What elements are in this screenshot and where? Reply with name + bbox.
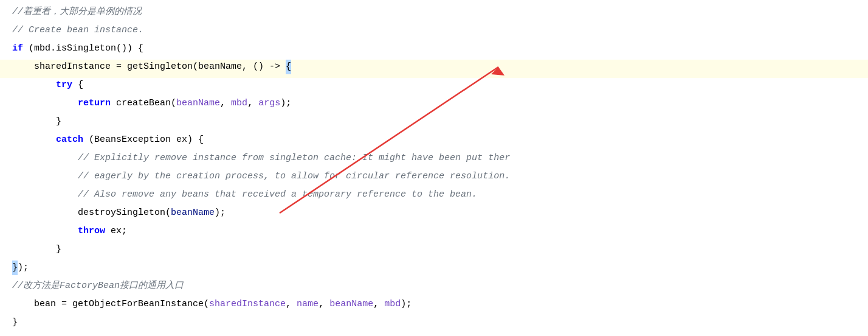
highlight-brace: { [286, 60, 291, 74]
code-line-8: catch (BeansException ex) { [0, 133, 868, 151]
code-line-6: return createBean( beanName , mbd , args… [0, 96, 868, 114]
text-try-brace: { [72, 78, 83, 93]
comment-create-bean: // Create bean instance. [12, 23, 143, 38]
code-line-18: } [0, 315, 868, 334]
text-close-bean: ); [401, 297, 412, 312]
text-space: createBean( [111, 96, 176, 111]
text-outer-close: } [12, 315, 18, 330]
text-comma2: , [247, 96, 258, 111]
text-catch: (BeansException ex) { [83, 133, 204, 147]
code-line-12: destroySingleton( beanName ); [0, 206, 868, 224]
comment-also: // Also remove any beans that received a… [12, 187, 477, 202]
keyword-throw: throw [78, 224, 105, 239]
indent-17: bean = getObjectForBeanInstance( [12, 297, 209, 312]
indent-4: sharedInstance = getSingleton(beanName, … [12, 60, 286, 74]
param-mbd-2: mbd [384, 297, 401, 312]
param-beanname-3: beanName [329, 297, 373, 312]
indent-14: } [12, 242, 61, 257]
text-comma1: , [220, 96, 231, 111]
comment-factorybean: //改方法是FactoryBean接口的通用入口 [12, 279, 184, 293]
code-line-3: if (mbd.isSingleton()) { [0, 41, 868, 60]
keyword-return: return [78, 96, 111, 111]
indent-12: destroySingleton( [12, 206, 171, 220]
indent-7: } [12, 114, 61, 129]
code-line-7: } [0, 114, 868, 133]
code-line-15: } ); [0, 261, 868, 279]
comment-explicitly: // Explicitly remove instance from singl… [12, 151, 510, 166]
code-line-5: try { [0, 78, 868, 96]
code-line-10: // eagerly by the creation process, to a… [0, 169, 868, 187]
indent-5 [12, 78, 56, 93]
code-line-11: // Also remove any beans that received a… [0, 187, 868, 206]
highlight-close: } [12, 261, 18, 275]
keyword-if: if [12, 41, 23, 56]
code-container: //着重看，大部分是单例的情况 // Create bean instance.… [0, 0, 868, 336]
keyword-catch: catch [56, 133, 83, 147]
code-line-1: //着重看，大部分是单例的情况 [0, 5, 868, 23]
text-comma-5: , [373, 297, 384, 312]
text-close-lambda: ); [18, 261, 29, 275]
comment-chinese: //着重看，大部分是单例的情况 [12, 5, 142, 19]
indent-8 [12, 133, 56, 147]
indent-6 [12, 96, 78, 111]
keyword-try: try [56, 78, 72, 93]
text-close-paren: ); [280, 96, 291, 111]
param-mbd: mbd [231, 96, 247, 111]
text-destroy-close: ); [215, 206, 226, 220]
code-line-13: throw ex; [0, 224, 868, 242]
text-comma-3: , [286, 297, 297, 312]
text-normal: (mbd.isSingleton()) { [23, 41, 143, 56]
param-beanname-1: beanName [176, 96, 220, 111]
text-throw-ex: ex; [105, 224, 127, 239]
param-name: name [297, 297, 319, 312]
code-line-16: //改方法是FactoryBean接口的通用入口 [0, 279, 868, 297]
indent-13 [12, 224, 78, 239]
code-line-4: sharedInstance = getSingleton(beanName, … [0, 60, 868, 78]
code-line-17: bean = getObjectForBeanInstance( sharedI… [0, 297, 868, 315]
code-line-9: // Explicitly remove instance from singl… [0, 151, 868, 169]
text-comma-4: , [319, 297, 329, 312]
code-line-2: // Create bean instance. [0, 23, 868, 41]
code-line-14: } [0, 242, 868, 261]
param-args: args [258, 96, 280, 111]
param-shared-instance: sharedInstance [209, 297, 286, 312]
comment-eagerly: // eagerly by the creation process, to a… [12, 169, 510, 184]
param-beanname-2: beanName [171, 206, 215, 220]
